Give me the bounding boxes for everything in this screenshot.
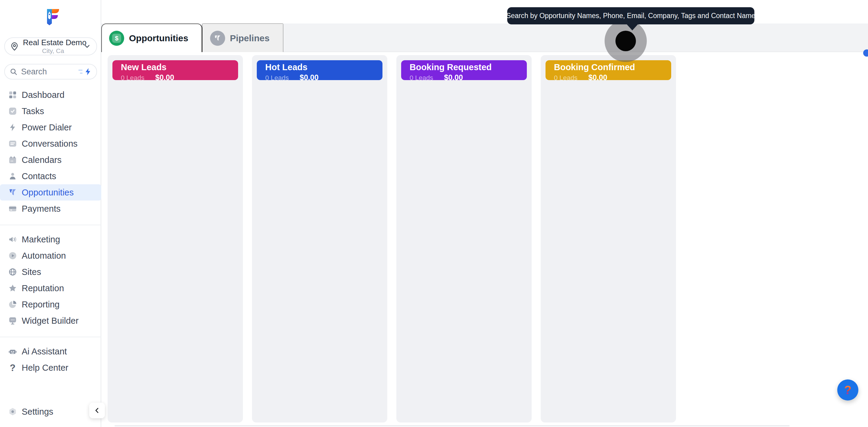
dashboard-icon [8, 90, 17, 99]
contacts-icon [8, 172, 17, 181]
tasks-icon [8, 107, 17, 116]
stage-column-hot-leads: Hot Leads0 Leads$0.00 [252, 55, 387, 423]
sidebar-item-dashboard[interactable]: Dashboard [0, 87, 101, 103]
sidebar-item-calendars[interactable]: Calendars [0, 152, 101, 168]
sidebar-item-payments[interactable]: Payments [0, 201, 101, 217]
settings-icon [8, 407, 17, 416]
sidebar-item-opportunities[interactable]: Opportunities [0, 184, 101, 201]
sidebar-divider [0, 225, 101, 225]
sidebar-search[interactable] [4, 64, 97, 79]
marketing-icon [8, 235, 17, 244]
help-floating-button[interactable]: ? [837, 380, 858, 400]
calendars-icon [8, 155, 17, 164]
sidebar-item-marketing[interactable]: Marketing [0, 231, 101, 248]
sidebar-item-label: Tasks [22, 106, 44, 116]
sidebar-item-label: Automation [22, 251, 66, 261]
stage-header[interactable]: New Leads0 Leads$0.00 [113, 60, 238, 80]
question-mark-icon: ? [844, 384, 851, 396]
cursor-indicator [615, 31, 636, 51]
stage-name: Hot Leads [265, 63, 382, 72]
sidebar-item-label: Reporting [22, 300, 60, 309]
location-selector[interactable]: Real Estate Demo City, Ca [4, 37, 97, 56]
ai-assistant-icon [8, 347, 17, 356]
tabs: $OpportunitiesPipelines [101, 24, 283, 53]
kanban-board: New Leads0 Leads$0.00Hot Leads0 Leads$0.… [101, 52, 868, 427]
location-pin-icon [10, 41, 19, 51]
search-tooltip: Search by Opportunity Names, Phone, Emai… [507, 7, 754, 24]
sidebar-item-label: Opportunities [22, 188, 74, 198]
reporting-icon [8, 300, 17, 309]
stage-lead-count: 0 Leads [410, 74, 433, 82]
sidebar-item-label: Sites [22, 267, 41, 277]
widget-builder-icon [8, 316, 17, 325]
stage-column-booking-confirmed: Booking Confirmed0 Leads$0.00 [541, 55, 676, 423]
tab-label: Opportunities [129, 33, 188, 43]
stage-lead-count: 0 Leads [121, 74, 144, 82]
stage-column-new-leads: New Leads0 Leads$0.00 [107, 55, 243, 423]
sidebar-item-reporting[interactable]: Reporting [0, 296, 101, 313]
dollar-icon: $ [109, 31, 124, 46]
sidebar-item-label: Power Dialer [22, 123, 72, 132]
opportunities-icon [8, 188, 17, 197]
help-icon: ? [8, 363, 17, 372]
sidebar-item-label: Dashboard [22, 90, 64, 100]
stage-lead-count: 0 Leads [265, 74, 289, 82]
horizontal-scrollbar[interactable] [115, 425, 789, 426]
sidebar-item-label: Marketing [22, 235, 60, 244]
conversations-icon [8, 139, 17, 148]
sidebar-item-automation[interactable]: Automation [0, 248, 101, 264]
power-dialer-icon [8, 123, 17, 132]
tab-opportunities[interactable]: $Opportunities [101, 24, 202, 53]
sidebar-item-label: Payments [22, 204, 61, 214]
sidebar-item-widget-builder[interactable]: Widget Builder [0, 313, 101, 329]
sidebar-item-power-dialer[interactable]: Power Dialer [0, 119, 101, 135]
stage-header[interactable]: Hot Leads0 Leads$0.00 [257, 60, 382, 80]
sidebar-collapse-button[interactable] [89, 403, 105, 418]
search-tooltip-arrow [626, 24, 638, 30]
reputation-icon [8, 284, 17, 293]
tab-toolbar-row: $OpportunitiesPipelines YOUR PROMOTION P… [101, 24, 868, 52]
tab-label: Pipelines [230, 33, 270, 43]
sidebar-item-settings[interactable]: Settings [0, 403, 101, 420]
stage-lead-count: 0 Leads [554, 74, 578, 82]
stage-name: Booking Confirmed [554, 63, 671, 72]
opportunities-page: Real Estate Demo City, Ca Da [0, 0, 868, 427]
stage-name: New Leads [121, 63, 238, 72]
sidebar-item-reputation[interactable]: Reputation [0, 280, 101, 296]
chevron-down-icon [83, 42, 91, 50]
automation-icon [8, 251, 17, 260]
sites-icon [8, 267, 17, 276]
stage-name: Booking Requested [410, 63, 527, 72]
payments-icon [8, 204, 17, 213]
sidebar-item-label: Settings [22, 407, 53, 417]
sidebar-divider [0, 337, 101, 337]
stage-value: $0.00 [300, 73, 318, 82]
sidebar-item-sites[interactable]: Sites [0, 264, 101, 280]
sidebar: Real Estate Demo City, Ca Da [0, 0, 101, 427]
sidebar-item-help-center[interactable]: ?Help Center [0, 360, 101, 376]
sidebar-item-label: Conversations [22, 139, 78, 149]
stage-column-booking-requested: Booking Requested0 Leads$0.00 [396, 55, 532, 423]
sidebar-item-contacts[interactable]: Contacts [0, 168, 101, 184]
stage-header[interactable]: Booking Requested0 Leads$0.00 [401, 60, 527, 80]
sidebar-item-label: Ai Assistant [22, 347, 67, 357]
pipelines-icon [210, 31, 225, 46]
chevron-left-icon [93, 407, 101, 414]
app-logo-icon [44, 7, 63, 25]
search-icon [10, 68, 18, 75]
location-name: Real Estate Demo [23, 38, 87, 47]
stage-value: $0.00 [588, 73, 607, 82]
stage-value: $0.00 [444, 73, 463, 82]
stage-header[interactable]: Booking Confirmed0 Leads$0.00 [546, 60, 671, 80]
stage-value: $0.00 [155, 73, 174, 82]
sidebar-item-conversations[interactable]: Conversations [0, 135, 101, 152]
tab-pipelines[interactable]: Pipelines [202, 24, 284, 53]
search-tooltip-text: Search by Opportunity Names, Phone, Emai… [506, 12, 755, 20]
sidebar-nav: DashboardTasksPower DialerConversationsC… [0, 87, 101, 376]
sidebar-search-input[interactable] [21, 67, 75, 76]
sidebar-item-ai-assistant[interactable]: Ai Assistant [0, 343, 101, 360]
sidebar-item-label: Widget Builder [22, 316, 79, 326]
quick-actions-bolt-icon[interactable] [79, 67, 92, 76]
sidebar-item-tasks[interactable]: Tasks [0, 103, 101, 119]
sidebar-item-label: Reputation [22, 283, 64, 293]
